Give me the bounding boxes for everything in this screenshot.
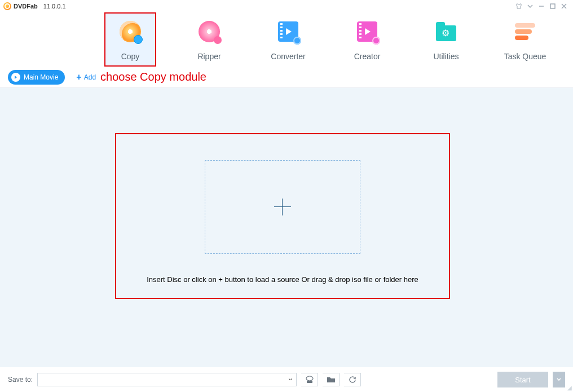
add-label: Add: [84, 73, 96, 81]
titlebar: DVDFab 11.0.0.1: [0, 0, 573, 12]
svg-rect-0: [550, 4, 555, 8]
annotation-text: choose Copy module: [100, 71, 206, 83]
annotation-frame: Insert Disc or click on + button to load…: [116, 134, 449, 298]
folder-icon: [327, 376, 336, 384]
tab-copy-label: Copy: [121, 52, 140, 61]
app-logo-icon: [3, 2, 11, 10]
save-to-combo[interactable]: [37, 373, 297, 386]
copy-icon: [118, 19, 143, 44]
skin-button[interactable]: [513, 1, 524, 12]
save-folder-button[interactable]: [323, 373, 340, 386]
chevron-down-icon: [556, 377, 562, 382]
converter-icon: [276, 19, 301, 44]
bottom-bar: Save to: Start: [0, 367, 573, 392]
tab-creator[interactable]: Creator: [341, 12, 393, 67]
start-label: Start: [515, 376, 530, 384]
tab-task-queue-label: Task Queue: [504, 52, 546, 61]
utilities-icon: [434, 19, 459, 44]
start-button[interactable]: Start: [497, 372, 548, 387]
chevron-down-icon: [288, 377, 293, 382]
plus-large-icon: [274, 199, 291, 215]
add-source-button[interactable]: + Add: [76, 72, 96, 82]
tab-ripper-label: Ripper: [197, 52, 221, 61]
app-version: 11.0.0.1: [43, 3, 66, 10]
svg-rect-2: [307, 381, 312, 383]
save-to-label: Save to:: [8, 376, 33, 384]
module-tabs: Copy Ripper Converter Creator Utilities …: [0, 12, 573, 67]
tab-converter[interactable]: Converter: [262, 12, 314, 67]
tab-utilities-label: Utilities: [433, 52, 459, 61]
toolbar: Main Movie + Add choose Copy module: [0, 67, 573, 88]
creator-icon: [355, 19, 380, 44]
app-brand: DVDFab: [14, 3, 38, 10]
drop-zone[interactable]: [205, 160, 360, 254]
iso-icon: [305, 376, 314, 384]
maximize-button[interactable]: [547, 1, 558, 12]
task-queue-icon: [513, 19, 537, 44]
refresh-icon: [349, 376, 356, 384]
content-area: Insert Disc or click on + button to load…: [0, 88, 573, 367]
save-iso-button[interactable]: [301, 373, 318, 386]
svg-point-1: [306, 376, 313, 381]
plus-icon: +: [76, 72, 81, 82]
minimize-button[interactable]: [536, 1, 547, 12]
close-button[interactable]: [558, 1, 570, 12]
tab-converter-label: Converter: [271, 52, 305, 61]
tab-utilities[interactable]: Utilities: [420, 12, 472, 67]
tab-creator-label: Creator: [354, 52, 381, 61]
arrow-right-icon: [11, 73, 20, 82]
refresh-button[interactable]: [344, 373, 361, 386]
copy-mode-label: Main Movie: [24, 73, 58, 81]
app-logo: DVDFab 11.0.0.1: [3, 2, 66, 10]
copy-mode-button[interactable]: Main Movie: [8, 70, 65, 85]
tab-ripper[interactable]: Ripper: [183, 12, 235, 67]
tab-copy[interactable]: Copy: [104, 12, 156, 67]
menu-dropdown-button[interactable]: [524, 1, 536, 12]
resize-grip-icon[interactable]: ◢: [567, 385, 572, 391]
tab-task-queue[interactable]: Task Queue: [499, 12, 551, 67]
start-dropdown[interactable]: [553, 372, 565, 387]
drop-hint: Insert Disc or click on + button to load…: [147, 275, 418, 284]
ripper-icon: [197, 19, 222, 44]
